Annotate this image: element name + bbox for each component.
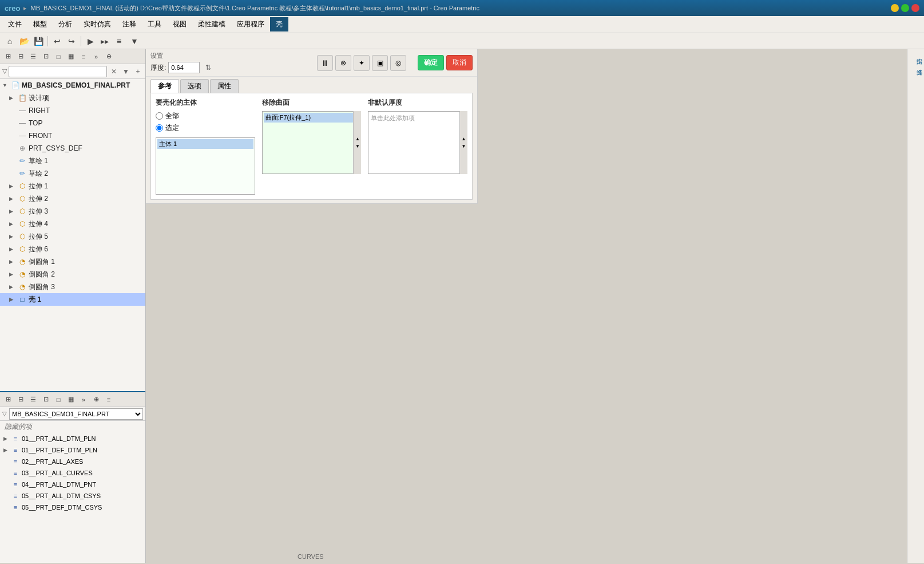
shell-tool2-button[interactable]: ▣ <box>372 55 388 71</box>
tree-root-expand[interactable]: ▼ <box>2 82 10 88</box>
tree-item-round2[interactable]: ▶ ◔ 倒圆角 2 <box>0 268 145 281</box>
shell-remove-item[interactable]: 曲面:F7(拉伸_1) <box>264 113 360 123</box>
shell-tab-options[interactable]: 选项 <box>180 79 209 93</box>
layer-btn-extra2[interactable]: ≡ <box>103 394 114 405</box>
tree-item-round3[interactable]: ▶ ◔ 倒圆角 3 <box>0 281 145 293</box>
tree-more-btn[interactable]: » <box>90 51 102 62</box>
tree-view1-btn[interactable]: □ <box>53 51 64 62</box>
layer-btn-more[interactable]: » <box>78 394 89 405</box>
shell-radio-all[interactable]: 全部 <box>156 111 255 121</box>
layer-btn-3[interactable]: ☰ <box>27 394 39 405</box>
tree-item-extrude6[interactable]: ▶ ⬡ 拉伸 6 <box>0 243 145 255</box>
right-panel-label2[interactable]: 选择 <box>909 62 923 67</box>
tree-item-shell1[interactable]: ▶ □ 壳 1 <box>0 293 145 306</box>
tree-expand-round1[interactable]: ▶ <box>9 259 17 265</box>
qbar-redo[interactable]: ↪ <box>65 35 78 48</box>
tree-item-front[interactable]: — FRONT <box>0 129 145 142</box>
shell-body-listbox[interactable]: 主体 1 <box>156 137 255 195</box>
tree-expand-extrude5[interactable]: ▶ <box>9 234 17 239</box>
layer-item-4[interactable]: ≡ 04__PRT_ALL_DTM_PNT <box>0 479 145 490</box>
scrollbar2-up-arrow[interactable]: ▲ <box>462 136 466 141</box>
tree-item-extrude1[interactable]: ▶ ⬡ 拉伸 1 <box>0 180 145 192</box>
shell-tab-props[interactable]: 属性 <box>210 79 239 93</box>
scrollbar-up-arrow[interactable]: ▲ <box>355 136 360 141</box>
layer-item-6[interactable]: ≡ 05__PRT_DEF_DTM_CSYS <box>0 502 145 513</box>
qbar-open[interactable]: 📂 <box>18 35 30 48</box>
tree-view3-btn[interactable]: ≡ <box>78 51 89 62</box>
tree-item-extrude3[interactable]: ▶ ⬡ 拉伸 3 <box>0 205 145 218</box>
thickness-input[interactable] <box>168 62 200 73</box>
layer-expand-1[interactable]: ▶ <box>3 447 10 453</box>
layer-item-3[interactable]: ≡ 03__PRT_ALL_CURVES <box>0 467 145 479</box>
layer-btn-6[interactable]: ▦ <box>65 394 77 405</box>
tree-item-extrude2[interactable]: ▶ ⬡ 拉伸 2 <box>0 192 145 205</box>
layer-item-0[interactable]: ▶ ≡ 01__PRT_ALL_DTM_PLN <box>0 433 145 444</box>
tree-expand-extrude1[interactable]: ▶ <box>9 183 17 189</box>
minimize-button[interactable] <box>891 4 899 12</box>
tree-item-0[interactable]: ▶ 📋 设计项 <box>0 92 145 104</box>
shell-tool3-button[interactable]: ◎ <box>390 55 406 71</box>
tree-item-top[interactable]: — TOP <box>0 117 145 129</box>
shell-nondefault-listbox[interactable]: 单击此处添加项 <box>368 111 467 174</box>
tree-item-csys[interactable]: ⊕ PRT_CSYS_DEF <box>0 142 145 155</box>
menu-model[interactable]: 模型 <box>27 17 53 31</box>
layer-btn-5[interactable]: □ <box>53 394 64 405</box>
shell-remove-listbox[interactable]: 曲面:F7(拉伸_1) <box>262 111 362 174</box>
menu-shell[interactable]: 壳 <box>270 17 288 31</box>
tree-expand-round2[interactable]: ▶ <box>9 271 17 277</box>
menu-applications[interactable]: 应用程序 <box>231 17 270 31</box>
tree-expand-extrude3[interactable]: ▶ <box>9 208 17 214</box>
layer-item-1[interactable]: ▶ ≡ 01__PRT_DEF_DTM_PLN <box>0 444 145 456</box>
tree-filter-btn[interactable]: ⊞ <box>2 51 14 62</box>
layer-btn-1[interactable]: ⊞ <box>2 394 14 405</box>
shell-body-item[interactable]: 主体 1 <box>157 139 253 149</box>
qbar-fast-forward[interactable]: ▸▸ <box>98 35 111 48</box>
menu-view[interactable]: 视图 <box>167 17 192 31</box>
shell-radio-selected-input[interactable] <box>156 124 163 132</box>
menu-analysis[interactable]: 分析 <box>53 17 78 31</box>
layer-btn-4[interactable]: ⊡ <box>40 394 51 405</box>
layer-selector-dropdown[interactable]: MB_BASICS_DEMO1_FINAL.PRT <box>9 408 143 420</box>
scrollbar2-down-arrow[interactable]: ▼ <box>462 144 466 149</box>
shell-radio-all-input[interactable] <box>156 112 163 120</box>
tree-expand-extrude6[interactable]: ▶ <box>9 246 17 252</box>
thickness-arrow-btn[interactable]: ⇅ <box>202 61 215 74</box>
layer-item-5[interactable]: ≡ 05__PRT_ALL_DTM_CSYS <box>0 490 145 502</box>
shell-tool1-button[interactable]: ✦ <box>354 55 370 71</box>
tree-grid-btn[interactable]: ⊡ <box>40 51 51 62</box>
right-panel-label1[interactable]: 指定 <box>909 52 923 56</box>
layer-btn-2[interactable]: ⊟ <box>15 394 26 405</box>
shell-ok-button[interactable]: 确定 <box>418 55 444 70</box>
tree-item-sketch2[interactable]: ✏ 草绘 2 <box>0 167 145 180</box>
shell-cancel-button[interactable]: 取消 <box>446 55 473 70</box>
shell-pause-button[interactable]: ⏸ <box>317 55 333 71</box>
qbar-more[interactable]: ▼ <box>128 35 141 48</box>
layer-btn-extra[interactable]: ⊕ <box>90 394 102 405</box>
layer-item-2[interactable]: ≡ 02__PRT_ALL_AXES <box>0 456 145 467</box>
tree-item-sketch1[interactable]: ✏ 草绘 1 <box>0 155 145 167</box>
tree-search-input[interactable] <box>9 66 107 77</box>
layer-expand-0[interactable]: ▶ <box>3 436 10 441</box>
tree-item-round1[interactable]: ▶ ◔ 倒圆角 1 <box>0 255 145 268</box>
tree-item-extrude4[interactable]: ▶ ⬡ 拉伸 4 <box>0 218 145 230</box>
maximize-button[interactable] <box>901 4 909 12</box>
tree-item-right[interactable]: — RIGHT <box>0 104 145 117</box>
qbar-regenerate[interactable]: ▶ <box>84 35 97 48</box>
tree-expand-extrude4[interactable]: ▶ <box>9 221 17 227</box>
menu-flexible[interactable]: 柔性建模 <box>192 17 231 31</box>
search-dropdown-btn[interactable]: ▼ <box>121 66 131 77</box>
menu-tools[interactable]: 工具 <box>142 17 167 31</box>
tree-root[interactable]: ▼ 📄 MB_BASICS_DEMO1_FINAL.PRT <box>0 79 145 92</box>
search-add-btn[interactable]: + <box>133 66 143 77</box>
qbar-settings[interactable]: ≡ <box>113 35 125 48</box>
tree-expand-extrude2[interactable]: ▶ <box>9 196 17 202</box>
tree-expand-shell1[interactable]: ▶ <box>9 297 17 302</box>
shell-radio-selected[interactable]: 选定 <box>156 123 255 133</box>
menu-simulation[interactable]: 实时仿真 <box>78 17 117 31</box>
tree-expand-0[interactable]: ▶ <box>9 95 17 101</box>
menu-file[interactable]: 文件 <box>2 17 27 31</box>
tree-expand-round3[interactable]: ▶ <box>9 284 17 290</box>
close-button[interactable] <box>911 4 919 12</box>
shell-stop-button[interactable]: ⊗ <box>335 55 351 71</box>
scrollbar-down-arrow[interactable]: ▼ <box>355 144 360 149</box>
